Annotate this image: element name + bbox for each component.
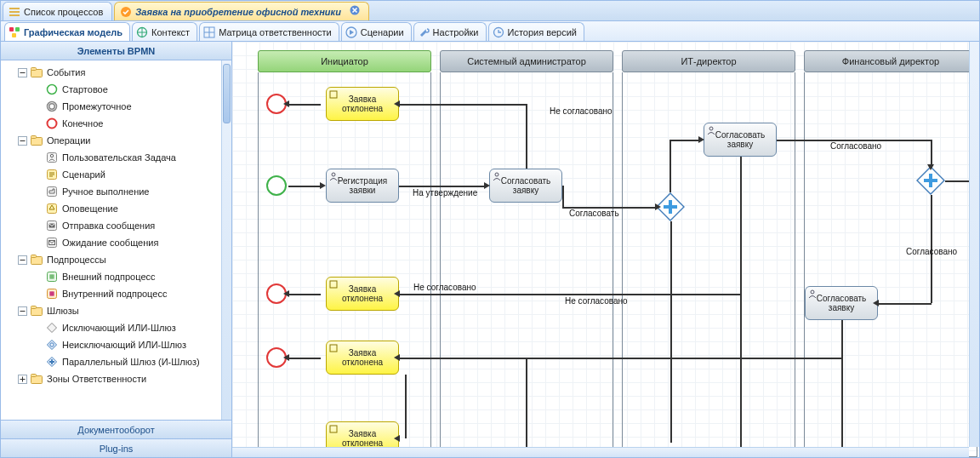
flow-label: Не согласовано — [550, 106, 612, 116]
svg-rect-6 — [15, 27, 20, 31]
scrollbar-horizontal[interactable] — [232, 447, 969, 457]
tree-item[interactable]: Внешний подпроцесс — [4, 268, 231, 285]
collapse-icon[interactable] — [18, 255, 30, 265]
task-rejected[interactable]: Заявка отклонена — [326, 277, 399, 311]
svg-point-60 — [811, 290, 814, 294]
tab-settings[interactable]: Настройки — [413, 22, 487, 41]
svg-point-58 — [495, 173, 499, 176]
tree-item[interactable]: Конечное — [4, 115, 231, 132]
sequence-flow[interactable] — [526, 104, 527, 169]
sequence-flow[interactable] — [399, 294, 741, 295]
task-rejected[interactable]: Заявка отклонена — [326, 341, 399, 375]
tab-context[interactable]: Контекст — [132, 22, 197, 41]
tab-history[interactable]: История версий — [488, 22, 584, 41]
sequence-flow[interactable] — [288, 294, 321, 295]
top-tabbar: Список процессов Заявка на приобретение … — [1, 1, 979, 21]
list-icon — [9, 6, 20, 18]
sequence-flow[interactable] — [399, 186, 484, 187]
expand-icon[interactable] — [18, 375, 30, 384]
manual-task-icon — [45, 185, 59, 198]
tree-folder[interactable]: Зоны Ответственности — [4, 370, 231, 387]
tree-item-label: Подпроцессы — [47, 255, 106, 265]
tree-item[interactable]: Сценарий — [4, 166, 231, 183]
sequence-flow[interactable] — [669, 140, 671, 192]
svg-rect-1 — [9, 11, 20, 13]
folder-icon — [30, 253, 43, 266]
sub-tabbar: Графическая модель Контекст Матрица отве… — [1, 21, 979, 42]
sequence-flow[interactable] — [399, 358, 842, 359]
tree-folder[interactable]: Шлюзы — [4, 302, 231, 319]
tree-item[interactable]: Стартовое — [4, 81, 231, 98]
tree-folder[interactable]: События — [4, 64, 231, 81]
int-subprocess-icon — [45, 287, 59, 301]
tree-item[interactable]: Промежуточное — [4, 98, 231, 115]
tab-graphical-model[interactable]: Графическая модель — [4, 22, 130, 41]
and-gateway-icon — [45, 355, 59, 369]
svg-marker-13 — [350, 30, 354, 35]
flow-label: Согласовать — [569, 209, 619, 218]
lane-header[interactable]: Финансовый директор — [804, 50, 977, 72]
svg-point-57 — [332, 173, 335, 176]
svg-point-19 — [48, 85, 57, 94]
diagram-canvas[interactable]: Инициатор Системный администратор ИТ-дир… — [232, 42, 979, 457]
svg-marker-48 — [48, 323, 57, 333]
task-approve-fin-dir[interactable]: Согласовать заявку — [805, 286, 878, 320]
tree-item-label: Конечное — [62, 118, 103, 129]
sequence-flow[interactable] — [288, 358, 321, 359]
tree-item[interactable]: Оповещение — [4, 200, 231, 217]
svg-marker-49 — [48, 341, 57, 350]
svg-rect-0 — [9, 8, 20, 9]
lane-header[interactable]: ИТ-директор — [622, 50, 795, 72]
tab-resp-matrix[interactable]: Матрица ответственности — [199, 22, 339, 41]
tab-label: Настройки — [433, 27, 479, 37]
script-task-icon — [45, 168, 59, 181]
svg-rect-56 — [31, 375, 37, 377]
send-task-icon — [45, 219, 59, 232]
lane-header[interactable]: Инициатор — [258, 50, 431, 72]
tree-item[interactable]: Ручное выполнение — [4, 183, 231, 200]
tree-item-label: Промежуточное — [62, 101, 132, 112]
sequence-flow[interactable] — [288, 104, 321, 106]
scrollbar-vertical[interactable] — [221, 60, 231, 420]
folder-icon — [30, 66, 43, 79]
task-rejected[interactable]: Заявка отклонена — [326, 87, 399, 121]
tree-folder[interactable]: Операции — [4, 132, 231, 149]
tree-item[interactable]: Неисключающий ИЛИ-Шлюз — [4, 336, 231, 353]
start-event[interactable] — [266, 175, 287, 196]
sequence-flow[interactable] — [288, 186, 320, 187]
tree-item[interactable]: Ожидание сообщения — [4, 234, 231, 251]
ext-subprocess-icon — [45, 270, 59, 283]
task-approve-sysadmin[interactable]: Согласовать заявку — [489, 169, 562, 203]
xor-gateway[interactable] — [916, 166, 945, 195]
tab-label: Сценарии — [361, 27, 404, 37]
tree-item[interactable]: Исключающий ИЛИ-Шлюз — [4, 319, 231, 336]
svg-rect-30 — [48, 187, 57, 197]
tab-process-request[interactable]: Заявка на приобретение офисной техники — [114, 2, 369, 20]
scrollbar-vertical[interactable] — [969, 42, 979, 447]
side-section-plugins[interactable]: Plug-ins — [1, 438, 231, 457]
tree-item[interactable]: Пользовательская Задача — [4, 149, 231, 166]
lane-header[interactable]: Системный администратор — [440, 50, 613, 72]
script-task-icon — [329, 90, 338, 101]
tree-item-label: Ручное выполнение — [62, 186, 149, 197]
tree-folder[interactable]: Подпроцессы — [4, 251, 231, 268]
tree-item[interactable]: Параллельный Шлюз (И-Шлюз) — [4, 353, 231, 370]
svg-rect-65 — [330, 345, 337, 352]
close-icon[interactable] — [350, 5, 360, 18]
tree-item[interactable]: Внутренний подпроцесс — [4, 285, 231, 302]
tab-process-list[interactable]: Список процессов — [3, 2, 112, 20]
task-registration[interactable]: Регистрация заявки — [326, 169, 399, 203]
tree-item[interactable]: Отправка сообщения — [4, 217, 231, 234]
user-task-icon — [493, 172, 501, 183]
collapse-icon[interactable] — [18, 306, 30, 316]
svg-rect-5 — [9, 27, 14, 31]
tree-item-label: Внутренний подпроцесс — [62, 289, 167, 299]
collapse-icon[interactable] — [18, 68, 30, 77]
side-section-docs[interactable]: Документооборот — [1, 420, 231, 438]
collapse-icon[interactable] — [18, 136, 30, 146]
flow-label: Согласовано — [906, 247, 957, 256]
tab-scenarios[interactable]: Сценарии — [341, 22, 412, 41]
globe-icon — [136, 26, 148, 38]
task-approve-it-dir[interactable]: Согласовать заявку — [704, 123, 777, 157]
tree-item-label: Сценарий — [62, 169, 105, 180]
